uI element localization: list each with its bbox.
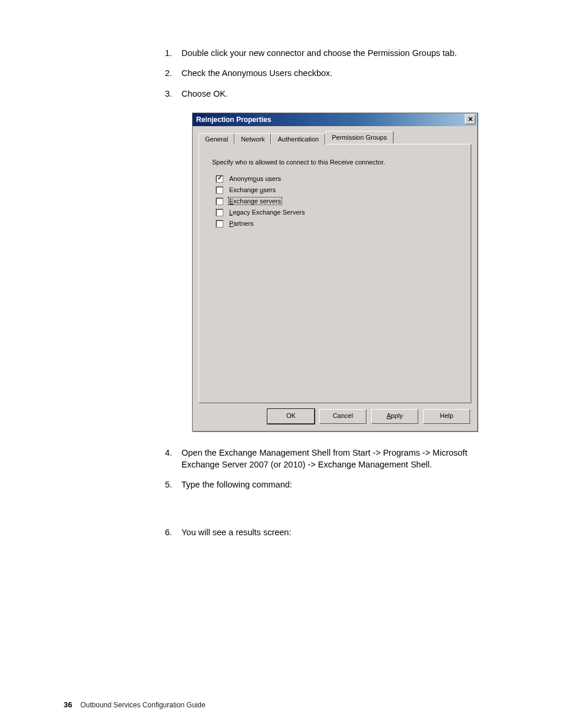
instruction-list-top: 1. Double click your new connector and c…: [165, 47, 498, 100]
dialog-button-row: OK Cancel Apply Help: [193, 403, 477, 431]
tab-permission-groups[interactable]: Permission Groups: [325, 131, 394, 144]
checkbox-label: Anonymous users: [229, 175, 281, 182]
step-1: 1. Double click your new connector and c…: [165, 47, 498, 59]
step-number: 2.: [165, 67, 181, 79]
apply-button[interactable]: Apply: [371, 409, 418, 424]
connector-instruction: Specify who is allowed to connect to thi…: [212, 159, 458, 166]
reinjection-properties-dialog: Reinjection Properties ✕ General Network…: [192, 113, 478, 431]
checkbox-label: Partners: [229, 220, 254, 227]
help-button[interactable]: Help: [423, 409, 470, 424]
checkbox-icon[interactable]: [216, 209, 223, 216]
page: 1. Double click your new connector and c…: [0, 0, 562, 728]
dialog-titlebar[interactable]: Reinjection Properties ✕: [193, 113, 477, 126]
checkbox-icon[interactable]: [216, 220, 223, 228]
step-6: 6. You will see a results screen:: [165, 526, 498, 538]
step-text: Type the following command:: [181, 479, 498, 490]
step-text: Choose OK.: [181, 88, 498, 100]
check-legacy-exchange-servers[interactable]: Legacy Exchange Servers: [216, 209, 458, 216]
tab-general[interactable]: General: [199, 133, 234, 144]
instruction-list-bottom: 4. Open the Exchange Management Shell fr…: [165, 447, 498, 538]
checkbox-label: Exchange servers: [228, 197, 282, 205]
page-footer: 36 Outbound Services Configuration Guide: [64, 700, 206, 709]
checkbox-label: Exchange users: [229, 186, 276, 193]
ok-button[interactable]: OK: [267, 409, 315, 424]
step-number: 3.: [165, 88, 181, 100]
checkbox-icon[interactable]: [216, 197, 223, 205]
step-text: You will see a results screen:: [181, 526, 498, 538]
step-text: Open the Exchange Management Shell from …: [181, 447, 498, 471]
checkbox-icon[interactable]: [216, 175, 223, 183]
dialog-title: Reinjection Properties: [196, 116, 271, 124]
check-exchange-servers[interactable]: Exchange servers: [216, 197, 458, 205]
cancel-button[interactable]: Cancel: [319, 409, 366, 424]
page-number: 36: [64, 700, 72, 709]
check-anonymous-users[interactable]: Anonymous users: [216, 175, 458, 183]
tab-content: Specify who is allowed to connect to thi…: [199, 144, 471, 403]
checkbox-icon[interactable]: [216, 186, 223, 194]
tab-strip: General Network Authentication Permissio…: [193, 126, 477, 144]
close-icon: ✕: [468, 116, 473, 123]
checkbox-label: Legacy Exchange Servers: [229, 209, 305, 216]
close-button[interactable]: ✕: [465, 114, 475, 124]
step-5: 5. Type the following command:: [165, 479, 498, 490]
step-number: 1.: [165, 47, 181, 59]
step-2: 2. Check the Anonymous Users checkbox.: [165, 67, 498, 79]
check-partners[interactable]: Partners: [216, 220, 458, 228]
step-number: 4.: [165, 447, 181, 471]
check-exchange-users[interactable]: Exchange users: [216, 186, 458, 194]
step-text: Double click your new connector and choo…: [181, 47, 498, 59]
step-number: 5.: [165, 479, 181, 490]
tab-authentication[interactable]: Authentication: [271, 133, 325, 144]
step-3: 3. Choose OK.: [165, 88, 498, 100]
step-text: Check the Anonymous Users checkbox.: [181, 67, 498, 79]
step-number: 6.: [165, 526, 181, 538]
step-4: 4. Open the Exchange Management Shell fr…: [165, 447, 498, 471]
tab-network[interactable]: Network: [234, 133, 271, 144]
document-title: Outbound Services Configuration Guide: [80, 701, 205, 709]
